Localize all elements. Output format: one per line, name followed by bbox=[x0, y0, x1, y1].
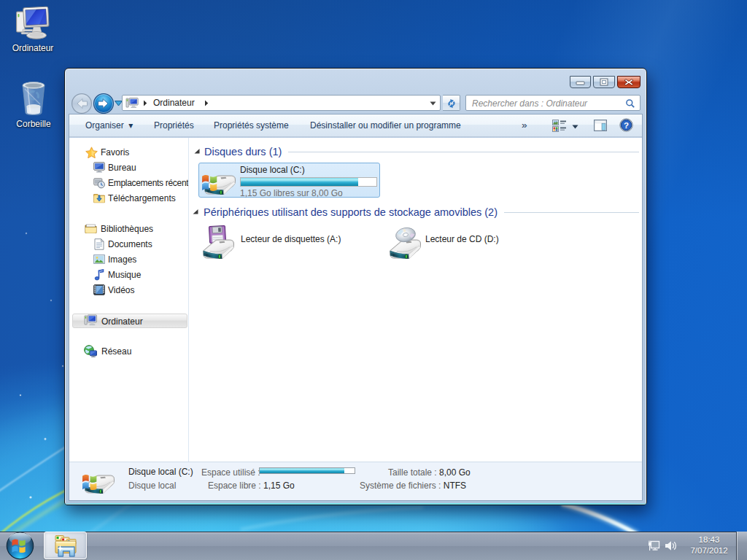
svg-text:?: ? bbox=[624, 121, 629, 130]
